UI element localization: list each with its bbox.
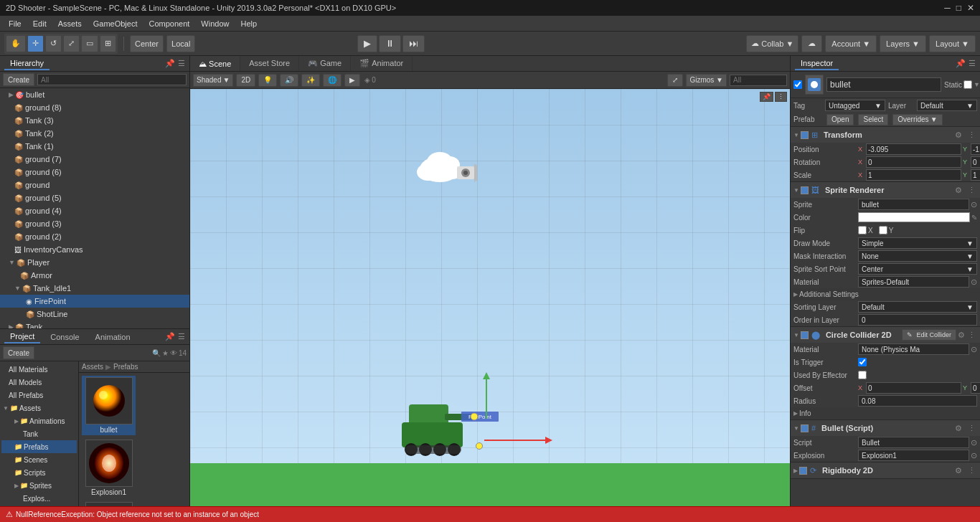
tree-all-materials[interactable]: All Materials bbox=[1, 363, 77, 376]
close-button[interactable]: ✕ bbox=[967, 3, 974, 13]
hierarchy-search-input[interactable] bbox=[37, 74, 187, 85]
draw-mode-dropdown[interactable]: Simple ▼ bbox=[858, 237, 977, 249]
breadcrumb-assets[interactable]: Assets bbox=[82, 363, 103, 371]
tree-sprites[interactable]: ▶ 📁 Sprites bbox=[1, 479, 77, 492]
flip-y-checkbox[interactable] bbox=[879, 226, 887, 234]
menu-window[interactable]: Window bbox=[195, 18, 235, 29]
tag-dropdown[interactable]: Untagged ▼ bbox=[825, 100, 885, 111]
sprite-more-btn[interactable]: ⋮ bbox=[966, 186, 977, 195]
hierarchy-item-ground2[interactable]: 📦 ground (2) bbox=[0, 230, 189, 243]
transform-tool[interactable]: ⊞ bbox=[100, 35, 116, 52]
hierarchy-item-ground[interactable]: 📦 ground bbox=[0, 179, 189, 191]
transform-toggle[interactable] bbox=[801, 131, 809, 139]
bs-settings-btn[interactable]: ⚙ bbox=[953, 424, 963, 433]
script-target-icon[interactable]: ⊙ bbox=[971, 438, 977, 447]
scene-anim-btn[interactable]: ▶ bbox=[344, 74, 360, 87]
project-search-icon[interactable]: 🔍 bbox=[152, 349, 161, 357]
hierarchy-item-firepoint[interactable]: ◉ FirePoint bbox=[0, 295, 189, 308]
scene-sky-btn[interactable]: 🌐 bbox=[323, 74, 341, 87]
hierarchy-item-ground5[interactable]: 📦 ground (5) bbox=[0, 191, 189, 204]
pause-button[interactable]: ⏸ bbox=[379, 35, 401, 52]
hierarchy-item-ground3[interactable]: 📦 ground (3) bbox=[0, 217, 189, 230]
prefab-explosion1[interactable]: Explosion1 bbox=[82, 438, 136, 498]
local-button[interactable]: Local bbox=[166, 35, 195, 52]
hierarchy-tab[interactable]: Hierarchy bbox=[4, 57, 50, 70]
project-tab[interactable]: Project bbox=[4, 331, 40, 343]
tree-all-models[interactable]: All Models bbox=[1, 376, 77, 389]
tree-explos[interactable]: Explos... bbox=[1, 492, 77, 505]
play-button[interactable]: ▶ bbox=[357, 35, 377, 52]
pos-x-input[interactable] bbox=[866, 143, 961, 155]
mask-interaction-dropdown[interactable]: None ▼ bbox=[858, 250, 977, 262]
center-button[interactable]: Center bbox=[130, 35, 164, 52]
explosion-target-icon[interactable]: ⊙ bbox=[971, 451, 977, 460]
sprite-sort-dropdown[interactable]: Center ▼ bbox=[858, 263, 977, 275]
sorting-layer-dropdown[interactable]: Default ▼ bbox=[858, 301, 977, 313]
transform-settings-btn[interactable]: ⚙ bbox=[953, 130, 963, 140]
hierarchy-item-tank-bottom[interactable]: ▶ 📦 Tank bbox=[0, 321, 189, 328]
color-swatch[interactable] bbox=[858, 212, 970, 222]
hierarchy-item-tankidle1[interactable]: ▼ 📦 Tank_Idle1 bbox=[0, 282, 189, 295]
scale-y-input[interactable] bbox=[971, 169, 980, 181]
cc-toggle[interactable] bbox=[801, 331, 809, 339]
sprite-settings-btn[interactable]: ⚙ bbox=[953, 186, 963, 195]
rot-x-input[interactable] bbox=[866, 156, 961, 168]
scale-x-input[interactable] bbox=[866, 169, 961, 181]
scene-audio-btn[interactable]: 🔊 bbox=[280, 74, 298, 87]
tab-game[interactable]: 🎮 Game bbox=[299, 56, 351, 71]
bs-more-btn[interactable]: ⋮ bbox=[966, 424, 977, 433]
rect-tool[interactable]: ▭ bbox=[81, 35, 98, 52]
hierarchy-item-ground8[interactable]: 📦 ground (8) bbox=[0, 101, 189, 114]
hierarchy-item-shotline[interactable]: 📦 ShotLine bbox=[0, 308, 189, 321]
hierarchy-create-button[interactable]: Create bbox=[3, 73, 34, 86]
cloud-button[interactable]: ☁ bbox=[801, 35, 822, 52]
scene-view[interactable]: FirePoint bbox=[190, 89, 790, 506]
hierarchy-item-armor[interactable]: 📦 Armor bbox=[0, 269, 189, 282]
static-checkbox[interactable] bbox=[963, 80, 972, 89]
material-target-icon[interactable]: ⊙ bbox=[971, 277, 977, 287]
rb-settings-btn[interactable]: ⚙ bbox=[953, 466, 963, 475]
maximize-button[interactable]: □ bbox=[956, 3, 961, 13]
2d-button[interactable]: 2D bbox=[236, 74, 255, 87]
scene-fx-btn[interactable]: ✨ bbox=[301, 74, 320, 87]
animation-tab[interactable]: Animation bbox=[90, 331, 136, 343]
tree-tank[interactable]: Tank bbox=[1, 427, 77, 440]
inspector-tab[interactable]: Inspector bbox=[795, 57, 839, 70]
scene-pin-btn[interactable]: 📌 bbox=[760, 92, 773, 102]
rot-y-input[interactable] bbox=[971, 156, 980, 168]
sprite-renderer-header[interactable]: ▼ 🖼 Sprite Renderer ⚙ ⋮ bbox=[791, 182, 980, 198]
breadcrumb-prefabs[interactable]: Prefabs bbox=[113, 363, 138, 371]
rb-more-btn[interactable]: ⋮ bbox=[966, 466, 977, 475]
static-dropdown-arrow[interactable]: ▼ bbox=[974, 81, 980, 88]
account-button[interactable]: Account ▼ bbox=[825, 35, 877, 52]
is-trigger-checkbox[interactable] bbox=[858, 358, 867, 366]
prefab-open-button[interactable]: Open bbox=[826, 114, 854, 125]
tab-animator[interactable]: 🎬 Animator bbox=[351, 56, 413, 71]
cc-settings-btn[interactable]: ⚙ bbox=[956, 331, 966, 340]
project-menu[interactable]: ☰ bbox=[178, 332, 185, 341]
object-active-checkbox[interactable] bbox=[793, 80, 802, 89]
edit-collider-button[interactable]: ✎ Edit Collider bbox=[902, 329, 956, 341]
scene-search-input[interactable] bbox=[730, 75, 787, 86]
layout-button[interactable]: Layout ▼ bbox=[929, 35, 976, 52]
hand-tool[interactable]: ✋ bbox=[6, 35, 26, 52]
cc-more-btn[interactable]: ⋮ bbox=[966, 331, 977, 340]
prefab-bullet[interactable]: bullet bbox=[82, 376, 136, 435]
object-name-input[interactable] bbox=[826, 77, 941, 92]
project-star-icon[interactable]: ★ bbox=[162, 349, 169, 357]
tab-scene[interactable]: ⛰ Scene bbox=[190, 56, 240, 71]
menu-help[interactable]: Help bbox=[235, 18, 263, 29]
prefab-ground[interactable]: ground bbox=[82, 500, 136, 506]
menu-assets[interactable]: Assets bbox=[52, 18, 88, 29]
move-tool[interactable]: ✛ bbox=[27, 35, 44, 52]
step-button[interactable]: ⏭ bbox=[402, 35, 425, 52]
hierarchy-item-inventorycanvas[interactable]: 🖼 InventoryCanvas bbox=[0, 243, 189, 256]
hierarchy-item-ground7[interactable]: 📦 ground (7) bbox=[0, 153, 189, 166]
offset-x-input[interactable] bbox=[866, 382, 961, 394]
tree-prefabs[interactable]: 📁 Prefabs bbox=[1, 440, 77, 453]
pos-y-input[interactable] bbox=[971, 143, 980, 155]
hierarchy-item-player[interactable]: ▼ 📦 Player bbox=[0, 256, 189, 269]
shading-mode-dropdown[interactable]: Shaded ▼ bbox=[193, 74, 233, 87]
scene-light-btn[interactable]: 💡 bbox=[258, 74, 277, 87]
additional-settings-header[interactable]: ▶ Additional Settings bbox=[791, 288, 980, 300]
